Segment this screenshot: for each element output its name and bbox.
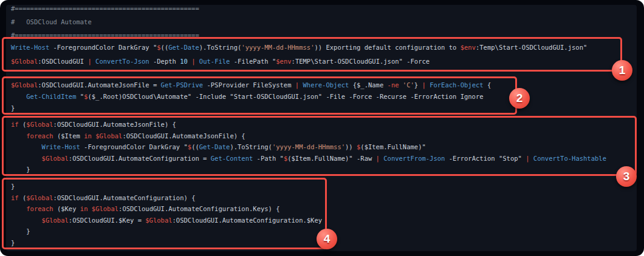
code-line: } <box>11 226 325 237</box>
code-line: $Global:OSDCloudGUI | ConvertTo-Json -De… <box>11 55 620 69</box>
annotation-box-1: Write-Host -ForegroundColor DarkGray "$(… <box>2 37 622 72</box>
annotation-box-3: if ($Global:OSDCloudGUI.AutomateJsonFile… <box>2 116 637 176</box>
code-line: $Global:OSDCloudGUI.AutomateConfiguratio… <box>11 153 635 164</box>
code-line: } <box>11 181 325 192</box>
annotation-badge-3: 3 <box>616 166 637 187</box>
code-line: Write-Host -ForegroundColor DarkGray "$(… <box>11 141 635 153</box>
annotation-badge-1: 1 <box>612 60 632 81</box>
code-line: if ($Global:OSDCloudGUI.AutomateJsonFile… <box>11 119 635 130</box>
code-line: $Global:OSDCloudGUI.$Key = $Global:OSDCl… <box>11 215 325 226</box>
annotation-box-2: $Global:OSDCloudGUI.AutomateJsonFile = G… <box>2 76 517 115</box>
code-line: Write-Host -ForegroundColor DarkGray "$(… <box>11 41 620 55</box>
code-line: foreach ($Key in $Global:OSDCloudGUI.Aut… <box>11 203 325 215</box>
code-line: #=======================================… <box>11 2 199 15</box>
code-line: } <box>11 103 515 114</box>
annotation-box-4: }if ($Global:OSDCloudGUI.AutomateConfigu… <box>2 178 327 249</box>
annotation-badge-2: 2 <box>509 88 530 109</box>
code-line: } <box>11 164 635 175</box>
annotation-badge-4: 4 <box>317 229 337 249</box>
code-line: if ($Global:OSDCloudGUI.AutomateConfigur… <box>11 192 325 204</box>
code-line: } <box>11 237 325 249</box>
header-comments: #=======================================… <box>11 2 199 42</box>
code-window: #=======================================… <box>0 0 644 256</box>
code-line: Get-ChildItem "$($_.Root)OSDCloud\Automa… <box>11 91 515 103</box>
code-line: $Global:OSDCloudGUI.AutomateJsonFile = G… <box>11 79 515 91</box>
code-line: foreach ($Item in $Global:OSDCloudGUI.Au… <box>11 130 635 142</box>
code-line: # OSDCloud Automate <box>11 15 199 29</box>
